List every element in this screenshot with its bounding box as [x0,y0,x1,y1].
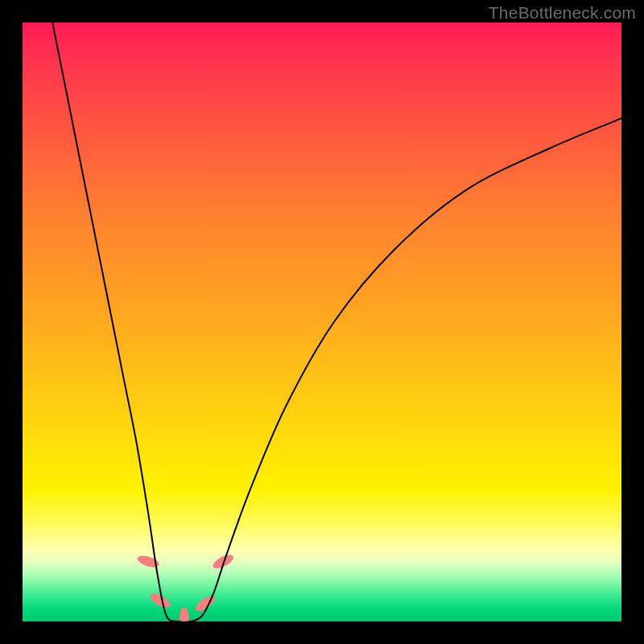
watermark-text: TheBottleneck.com [489,3,636,23]
marker-bottom [180,607,189,621]
chart-frame: TheBottleneck.com [0,0,644,644]
bottleneck-curve [52,23,621,621]
markers-group [136,552,235,621]
marker-right-2 [211,552,235,572]
plot-area [23,23,621,621]
curve-layer [23,23,621,621]
